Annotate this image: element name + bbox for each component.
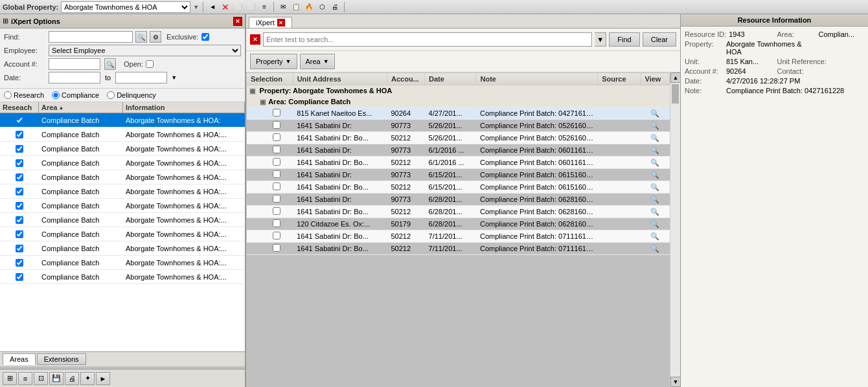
toolbar-icon-6[interactable]: 🔥 <box>304 2 314 12</box>
ixpert-tab[interactable]: iXpert ✕ <box>249 17 292 28</box>
view-6[interactable]: 🔍 <box>641 181 669 194</box>
data-row-5[interactable]: 1641 Sabatini Dr: 90773 6/15/201... Comp… <box>247 169 670 181</box>
find-input[interactable] <box>49 31 133 43</box>
header-info[interactable]: Information <box>123 102 245 113</box>
radio-compliance[interactable]: Compliance <box>52 91 99 99</box>
find-options-icon[interactable]: ⚙ <box>150 31 161 43</box>
open-checkbox[interactable] <box>146 60 154 68</box>
radio-delinquency-input[interactable] <box>107 91 115 99</box>
search-dropdown-button[interactable]: ▼ <box>595 32 606 47</box>
header-research[interactable]: Reseach <box>0 102 39 113</box>
toolbar-icon-3[interactable]: ≡ <box>259 2 269 12</box>
scroll-down-button[interactable]: ▼ <box>670 377 680 387</box>
table-row[interactable]: Compliance Batch Aborgate Townhomes & HO… <box>0 227 245 241</box>
row-checkbox-3[interactable] <box>16 159 23 167</box>
row-select-1[interactable] <box>273 121 280 129</box>
row-checkbox-1[interactable] <box>16 131 23 138</box>
area-filter-button[interactable]: Area ▼ <box>300 54 335 69</box>
row-select-3[interactable] <box>273 146 280 153</box>
row-checkbox-7[interactable] <box>16 216 23 224</box>
row-select-8[interactable] <box>273 207 280 215</box>
view-3[interactable]: 🔍 <box>641 144 669 157</box>
header-area[interactable]: Area ▲ <box>39 102 123 113</box>
view-4[interactable]: 🔍 <box>641 157 669 169</box>
data-row-10[interactable]: 1641 Sabatini Dr: Bo... 50212 7/11/201..… <box>247 230 670 243</box>
row-checkbox-10[interactable] <box>16 259 23 267</box>
col-selection[interactable]: Selection <box>247 73 293 85</box>
col-account[interactable]: Accou... <box>387 73 425 85</box>
data-row-6[interactable]: 1641 Sabatini Dr: Bo... 50212 6/15/201..… <box>247 181 670 194</box>
left-panel-close-button[interactable]: ✕ <box>233 17 242 26</box>
view-8[interactable]: 🔍 <box>641 206 669 218</box>
date-to-input[interactable]: 12/31/2999 <box>115 72 167 83</box>
date-dropdown-icon[interactable]: ▼ <box>171 74 177 81</box>
row-select-4[interactable] <box>273 158 280 166</box>
data-row-1[interactable]: 1641 Sabatini Dr: 90773 5/26/201... Comp… <box>247 120 670 132</box>
date-from-input[interactable]: 01/01/1950 <box>49 72 100 83</box>
property-filter-button[interactable]: Property ▼ <box>250 54 297 69</box>
vertical-scrollbar[interactable]: ▲ ▼ <box>670 72 680 387</box>
data-row-9[interactable]: 120 Citdazoe Es. Ox:... 50179 6/28/201..… <box>247 218 670 230</box>
col-source[interactable]: Source <box>598 73 641 85</box>
row-select-5[interactable] <box>273 170 280 178</box>
data-table-scroll[interactable]: Selection Unit Address Accou... Date Not… <box>246 72 670 387</box>
table-row[interactable]: Compliance Batch Aborgate Townhomes & HO… <box>0 127 245 142</box>
tool-forward-btn[interactable]: ► <box>96 372 110 385</box>
view-2[interactable]: 🔍 <box>641 132 669 144</box>
tool-filter-btn[interactable]: ⊡ <box>34 372 48 385</box>
row-checkbox-8[interactable] <box>16 230 23 238</box>
account-search-icon[interactable]: 🔍 <box>104 58 116 70</box>
row-checkbox-0[interactable] <box>16 116 23 124</box>
radio-research-input[interactable] <box>4 91 12 99</box>
row-checkbox-4[interactable] <box>16 173 23 181</box>
property-group-header[interactable]: ▣ Property: Aborgate Townhomes & HOA <box>247 85 670 96</box>
search-clear-button[interactable]: Clear <box>643 32 676 47</box>
toolbar-icon-2[interactable]: ⬜ <box>246 2 257 12</box>
scroll-thumb[interactable] <box>672 84 679 104</box>
table-row[interactable]: Compliance Batch Aborgate Townhomes & HO… <box>0 213 245 227</box>
toolbar-icon-8[interactable]: 🖨 <box>330 2 340 12</box>
table-row[interactable]: Compliance Batch Aborgate Townhomes & HO… <box>0 270 245 284</box>
toolbar-icon-4[interactable]: ✉ <box>278 2 288 12</box>
row-select-7[interactable] <box>273 195 280 203</box>
row-select-10[interactable] <box>273 232 280 239</box>
table-row[interactable]: Compliance Batch Aborgate Townhomes & HO… <box>0 256 245 270</box>
view-7[interactable]: 🔍 <box>641 194 669 206</box>
account-input[interactable] <box>49 58 100 70</box>
row-select-6[interactable] <box>273 182 280 190</box>
col-unit-address[interactable]: Unit Address <box>293 73 387 85</box>
table-row[interactable]: Compliance Batch Aborgate Townhomes & HO… <box>0 113 245 127</box>
search-clear-icon[interactable]: ✕ <box>250 34 260 45</box>
table-row[interactable]: Compliance Batch Aborgate Townhomes & HO… <box>0 184 245 199</box>
col-view[interactable]: View <box>641 73 669 85</box>
exclusive-checkbox[interactable] <box>201 33 209 41</box>
radio-research[interactable]: Research <box>4 91 44 99</box>
view-11[interactable]: 🔍 <box>641 243 669 255</box>
area-group-header[interactable]: ▣ Area: Compliance Batch <box>247 96 670 107</box>
data-row-3[interactable]: 1641 Sabatini Dr: 90773 6/1/2016 ... Com… <box>247 144 670 157</box>
tool-star-btn[interactable]: ✦ <box>80 372 95 385</box>
radio-compliance-input[interactable] <box>52 91 60 99</box>
data-row-2[interactable]: 1641 Sabatini Dr: Bo... 50212 5/26/201..… <box>247 132 670 144</box>
data-row-4[interactable]: 1641 Sabatini Dr: Bo... 50212 6/1/2016 .… <box>247 157 670 169</box>
close-red-icon[interactable]: ✕ <box>220 2 231 12</box>
row-checkbox-11[interactable] <box>16 273 23 281</box>
row-select-11[interactable] <box>273 244 280 252</box>
view-10[interactable]: 🔍 <box>641 230 669 243</box>
search-input[interactable] <box>263 32 592 47</box>
table-row[interactable]: Compliance Batch Aborgate Townhomes & HO… <box>0 156 245 170</box>
view-5[interactable]: 🔍 <box>641 169 669 181</box>
scroll-track[interactable] <box>670 83 680 377</box>
scroll-up-button[interactable]: ▲ <box>670 72 680 83</box>
tab-close-button[interactable]: ✕ <box>277 19 285 27</box>
col-note[interactable]: Note <box>476 73 598 85</box>
data-row-0[interactable]: 815 Kanet Naeitoo Es... 90264 4/27/201..… <box>247 107 670 120</box>
row-checkbox-9[interactable] <box>16 245 23 252</box>
tool-grid-btn[interactable]: ⊞ <box>3 372 17 385</box>
table-row[interactable]: Compliance Batch Aborgate Townhomes & HO… <box>0 199 245 213</box>
tool-save-btn[interactable]: 💾 <box>49 372 63 385</box>
nav-back-icon[interactable]: ◄ <box>207 2 218 12</box>
row-checkbox-2[interactable] <box>16 145 23 153</box>
tab-areas-button[interactable]: Areas <box>3 353 36 365</box>
global-property-select[interactable]: Aborgate Townhomes & HOA <box>61 1 190 13</box>
